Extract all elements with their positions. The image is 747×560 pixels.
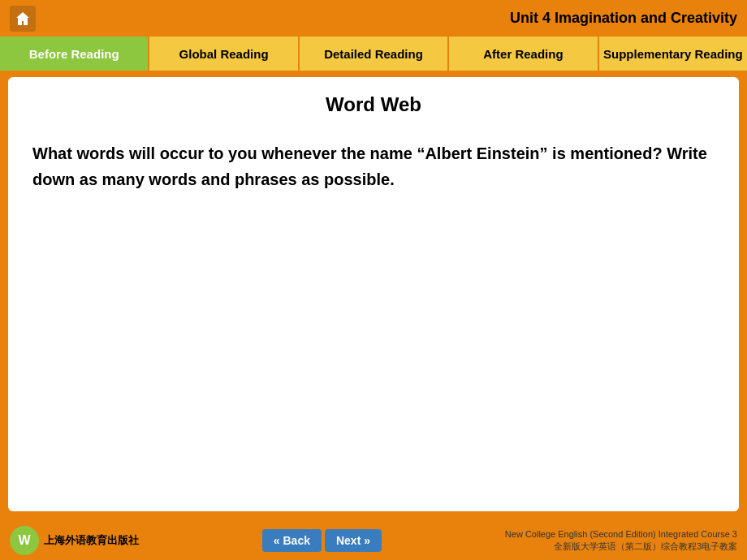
next-button[interactable]: Next (325, 529, 382, 552)
publisher-logo-icon: W (10, 526, 39, 555)
publisher-logo: W 上海外语教育出版社 (10, 526, 139, 555)
home-icon[interactable] (10, 6, 36, 32)
tab-detailed-reading[interactable]: Detailed Reading (300, 37, 449, 71)
nav-tabs: Before Reading Global Reading Detailed R… (0, 37, 747, 71)
tab-supplementary-reading[interactable]: Supplementary Reading (599, 37, 747, 71)
header: Unit 4 Imagination and Creativity (0, 0, 747, 37)
next-arrow-icon (364, 534, 370, 547)
unit-title: Unit 4 Imagination and Creativity (510, 10, 737, 27)
back-button[interactable]: Back (262, 529, 322, 552)
tab-before-reading[interactable]: Before Reading (0, 37, 149, 71)
tab-global-reading[interactable]: Global Reading (149, 37, 299, 71)
content-body: What words will occur to you whenever th… (32, 140, 715, 192)
bottom-bar: W 上海外语教育出版社 Back Next New College Englis… (0, 521, 747, 560)
back-arrow-icon (274, 534, 280, 547)
main-content: Word Web What words will occur to you wh… (8, 77, 739, 511)
content-title: Word Web (32, 93, 715, 116)
navigation-buttons: Back Next (262, 529, 382, 552)
tab-after-reading[interactable]: After Reading (449, 37, 598, 71)
copyright-info: New College English (Second Edition) Int… (505, 528, 737, 554)
publisher-name: 上海外语教育出版社 (44, 533, 139, 548)
